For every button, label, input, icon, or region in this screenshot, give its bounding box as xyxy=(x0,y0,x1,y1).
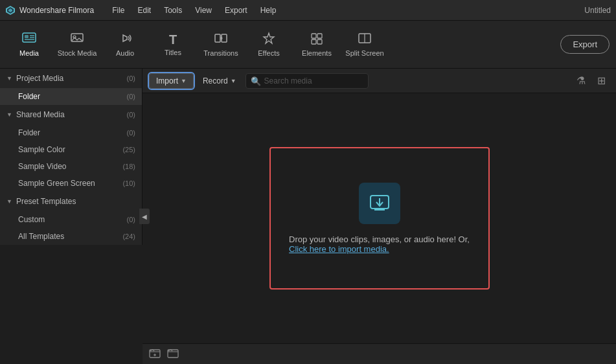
toolbar-media-label: Media xyxy=(19,49,39,57)
toolbar-transitions[interactable]: Transitions xyxy=(198,25,244,64)
project-media-count: (0) xyxy=(127,74,135,82)
sidebar-section-project-media-label: Project Media xyxy=(16,74,63,83)
menu-tools[interactable]: Tools xyxy=(159,5,187,16)
bottom-toolbar xyxy=(143,343,616,364)
toolbar-split-screen[interactable]: Split Screen xyxy=(342,25,387,64)
sidebar-item-sample-green-screen[interactable]: Sample Green Screen (10) xyxy=(0,175,142,192)
chevron-shared-media-icon: ▼ xyxy=(6,111,12,118)
sidebar-item-folder-label: Folder xyxy=(18,92,40,101)
toolbar-transitions-label: Transitions xyxy=(203,49,238,57)
toolbar-titles-label: Titles xyxy=(165,49,181,56)
record-dropdown-icon: ▼ xyxy=(231,78,236,84)
sidebar-item-custom[interactable]: Custom (0) xyxy=(0,211,142,228)
sidebar-item-all-templates-label: All Templates xyxy=(18,232,64,241)
sidebar-item-sample-video-label: Sample Video xyxy=(18,162,67,171)
content-toolbar: Import ▼ Record ▼ 🔍 ⚗ ⊞ xyxy=(143,69,616,93)
svg-rect-15 xyxy=(317,40,322,44)
add-folder-icon[interactable] xyxy=(149,347,161,361)
toolbar-effects[interactable]: Effects xyxy=(246,25,291,64)
title-bar: Wondershare Filmora File Edit Tools View… xyxy=(0,0,616,21)
audio-icon xyxy=(118,32,132,47)
record-button[interactable]: Record ▼ xyxy=(198,74,242,88)
toolbar-elements-label: Elements xyxy=(302,49,332,57)
svg-rect-24 xyxy=(168,350,178,358)
sidebar-item-sample-green-screen-count: (10) xyxy=(122,179,135,187)
sidebar-item-custom-label: Custom xyxy=(18,215,45,224)
sidebar-item-sample-color[interactable]: Sample Color (25) xyxy=(0,141,142,158)
transitions-icon xyxy=(214,32,228,47)
content-area: Import ▼ Record ▼ 🔍 ⚗ ⊞ xyxy=(143,69,616,364)
elements-icon xyxy=(310,32,324,47)
split-screen-icon xyxy=(358,32,372,47)
menu-file[interactable]: File xyxy=(107,5,130,16)
import-media-link[interactable]: Click here to import media. xyxy=(289,244,389,254)
toolbar-titles[interactable]: T Titles xyxy=(150,25,196,64)
toolbar-split-screen-label: Split Screen xyxy=(345,49,383,57)
import-dropdown-icon: ▼ xyxy=(181,78,187,84)
svg-rect-10 xyxy=(215,34,220,42)
shared-media-count: (0) xyxy=(127,111,135,119)
menu-view[interactable]: View xyxy=(190,5,217,16)
folder-icon[interactable] xyxy=(167,347,179,361)
sidebar-item-sample-video-count: (18) xyxy=(122,163,135,170)
menu-edit[interactable]: Edit xyxy=(133,5,157,16)
svg-rect-14 xyxy=(312,40,316,44)
main-area: ▼ Project Media (0) Folder (0) ▼ Shared … xyxy=(0,69,616,364)
sidebar-item-all-templates[interactable]: All Templates (24) xyxy=(0,228,142,245)
toolbar-audio[interactable]: Audio xyxy=(102,25,148,64)
sidebar-section-project-media[interactable]: ▼ Project Media (0) xyxy=(0,69,142,88)
filter-icon[interactable]: ⚗ xyxy=(573,72,589,89)
toolbar-effects-label: Effects xyxy=(258,49,279,57)
toolbar-elements[interactable]: Elements xyxy=(294,25,339,64)
drop-main-text: Drop your video clips, images, or audio … xyxy=(289,234,470,244)
grid-view-icon[interactable]: ⊞ xyxy=(593,72,610,89)
import-label: Import xyxy=(156,76,178,85)
sidebar-section-shared-media[interactable]: ▼ Shared Media (0) xyxy=(0,105,142,124)
media-icon xyxy=(22,32,36,47)
sidebar-item-shared-folder-label: Folder xyxy=(18,128,40,137)
sidebar-item-custom-count: (0) xyxy=(127,216,135,223)
sidebar-item-shared-folder[interactable]: Folder (0) xyxy=(0,124,142,141)
effects-icon xyxy=(262,32,276,47)
drop-icon-box xyxy=(359,183,400,224)
sidebar-item-sample-color-count: (25) xyxy=(122,146,135,154)
menu-export[interactable]: Export xyxy=(220,5,253,16)
app-name: Wondershare Filmora xyxy=(19,6,94,15)
sidebar-collapse-button[interactable]: ◀ xyxy=(139,209,150,224)
sidebar-item-all-templates-count: (24) xyxy=(122,233,135,240)
drop-zone-text: Drop your video clips, images, or audio … xyxy=(289,234,470,254)
window-title: Untitled xyxy=(584,6,611,15)
search-input[interactable] xyxy=(245,73,369,89)
titles-icon: T xyxy=(169,33,177,46)
sidebar-section-shared-media-label: Shared Media xyxy=(16,110,65,119)
toolbar-media[interactable]: Media xyxy=(6,25,52,64)
drop-zone-container: Drop your video clips, images, or audio … xyxy=(143,93,616,343)
svg-rect-13 xyxy=(317,34,322,38)
svg-rect-12 xyxy=(312,34,316,38)
menu-help[interactable]: Help xyxy=(255,5,282,16)
title-right: Untitled xyxy=(584,6,611,15)
stock-media-icon xyxy=(70,32,84,47)
sidebar-item-shared-folder-count: (0) xyxy=(127,129,135,137)
menu-bar: File Edit Tools View Export Help xyxy=(107,5,281,16)
sidebar-item-sample-video[interactable]: Sample Video (18) xyxy=(0,158,142,175)
sidebar: ▼ Project Media (0) Folder (0) ▼ Shared … xyxy=(0,69,143,245)
svg-rect-4 xyxy=(25,35,29,38)
chevron-preset-templates-icon: ▼ xyxy=(6,198,12,205)
toolbar-audio-label: Audio xyxy=(116,49,134,57)
sidebar-section-preset-templates[interactable]: ▼ Preset Templates xyxy=(0,192,142,211)
search-container: 🔍 xyxy=(245,73,569,89)
sidebar-item-folder[interactable]: Folder (0) xyxy=(0,88,142,105)
sidebar-section-preset-templates-label: Preset Templates xyxy=(16,197,76,206)
sidebar-item-sample-color-label: Sample Color xyxy=(18,145,65,154)
sidebar-item-sample-green-screen-label: Sample Green Screen xyxy=(18,179,95,188)
toolbar-stock-media-label: Stock Media xyxy=(58,49,97,57)
export-button[interactable]: Export xyxy=(560,35,610,54)
toolbar-stock-media[interactable]: Stock Media xyxy=(54,25,100,64)
chevron-project-media-icon: ▼ xyxy=(6,75,12,82)
toolbar: Media Stock Media Audio T Titles xyxy=(0,21,616,69)
app-logo-icon xyxy=(5,5,16,16)
import-button[interactable]: Import ▼ xyxy=(149,73,194,89)
sidebar-item-folder-count: (0) xyxy=(127,93,135,100)
drop-zone[interactable]: Drop your video clips, images, or audio … xyxy=(269,147,490,290)
